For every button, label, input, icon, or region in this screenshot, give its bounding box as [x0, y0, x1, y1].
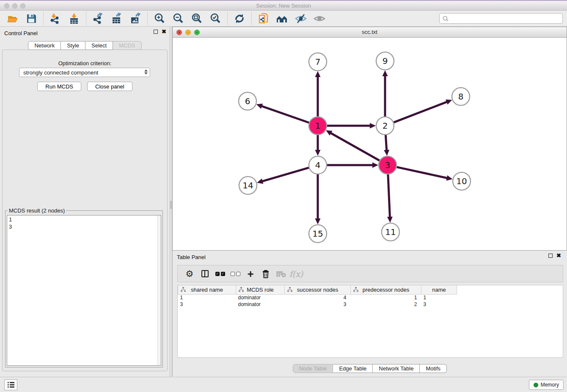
zoom-fit-icon[interactable]: [190, 12, 203, 25]
table-cell[interactable]: 1: [351, 294, 421, 301]
zoom-in-icon[interactable]: [153, 12, 166, 25]
table-cell[interactable]: dominator: [236, 301, 285, 308]
search-input[interactable]: [449, 15, 562, 22]
node-7[interactable]: 7: [309, 53, 327, 71]
control-panel-tabs: Network Style Select MCDS: [0, 41, 170, 50]
memory-button[interactable]: Memory: [529, 380, 564, 390]
column-header-MCDS-role[interactable]: MCDS role: [236, 285, 285, 294]
column-header-name[interactable]: name: [421, 285, 457, 294]
tab-style[interactable]: Style: [61, 41, 85, 50]
node-6[interactable]: 6: [239, 92, 256, 110]
edge-4-15[interactable]: [315, 174, 321, 224]
save-session-icon[interactable]: [25, 12, 38, 25]
network-graph[interactable]: 7968124314101511: [173, 38, 567, 250]
table-cell[interactable]: dominator: [236, 294, 285, 301]
network-window: ✕ − + scc.txt 7968124314101511: [172, 27, 567, 251]
hierarchy-icon: [239, 287, 244, 292]
delete-table-icon[interactable]: [273, 268, 289, 280]
edge-1-2[interactable]: [327, 123, 376, 129]
import-table-icon[interactable]: [68, 12, 80, 25]
close-panel-button[interactable]: Close panel: [87, 82, 132, 91]
svg-text:4: 4: [315, 160, 321, 170]
edge-4-3[interactable]: [327, 163, 378, 168]
tab-network-table[interactable]: Network Table: [373, 364, 420, 373]
svg-text:3: 3: [385, 160, 391, 170]
task-history-button[interactable]: [4, 379, 17, 390]
table-cell[interactable]: 3: [421, 301, 457, 308]
delete-icon[interactable]: [258, 268, 273, 280]
mcds-result-text[interactable]: 1 3: [7, 215, 161, 366]
edge-1-6[interactable]: [256, 104, 309, 123]
table-cell[interactable]: 1: [421, 294, 457, 301]
export-network-icon[interactable]: [92, 12, 105, 25]
first-neighbors-icon[interactable]: [276, 12, 289, 25]
node-4[interactable]: 4: [309, 156, 327, 174]
network-window-titlebar[interactable]: ✕ − + scc.txt: [173, 27, 567, 38]
deselect-all-icon[interactable]: [228, 268, 243, 280]
close-table-panel-icon[interactable]: ✖: [556, 254, 561, 258]
select-all-icon[interactable]: ✓✓: [212, 268, 228, 280]
table-cell[interactable]: 2: [351, 301, 421, 308]
tab-edge-table[interactable]: Edge Table: [333, 364, 373, 373]
function-builder-icon[interactable]: f(x): [289, 268, 304, 280]
tab-network[interactable]: Network: [28, 41, 61, 50]
column-header-shared-name[interactable]: shared name: [178, 285, 236, 294]
edge-2-8[interactable]: [394, 99, 452, 122]
open-session-icon[interactable]: [6, 12, 19, 25]
table-tabs: Node Table Edge Table Network Table Moti…: [173, 364, 567, 373]
tab-mcds[interactable]: MCDS: [113, 41, 141, 50]
export-image-icon[interactable]: [129, 12, 142, 25]
import-network-icon[interactable]: [49, 12, 62, 25]
table-cell[interactable]: 3: [285, 301, 351, 308]
edge-4-14[interactable]: [257, 168, 309, 184]
edge-1-4[interactable]: [315, 135, 321, 156]
zoom-out-icon[interactable]: [172, 12, 184, 25]
columns-icon[interactable]: [197, 268, 212, 280]
divider-grab-handle[interactable]: [170, 201, 172, 209]
float-table-panel-icon[interactable]: [548, 254, 553, 258]
table-cell[interactable]: 3: [178, 301, 236, 308]
edge-3-1[interactable]: [326, 130, 380, 160]
table-cell[interactable]: 1: [178, 294, 236, 301]
node-3[interactable]: 3: [379, 156, 396, 174]
zoom-selected-icon[interactable]: [209, 12, 222, 25]
edge-2-9[interactable]: [383, 70, 388, 116]
hierarchy-icon: [287, 287, 292, 292]
tab-node-table[interactable]: Node Table: [293, 364, 333, 373]
node-9[interactable]: 9: [376, 52, 394, 70]
float-panel-icon[interactable]: [154, 30, 158, 34]
node-15[interactable]: 15: [309, 225, 327, 243]
column-header-predecessor-nodes[interactable]: predecessor nodes: [351, 285, 421, 294]
search-box[interactable]: [439, 13, 563, 24]
tab-motifs[interactable]: Motifs: [420, 364, 447, 373]
node-11[interactable]: 11: [382, 223, 399, 241]
node-1[interactable]: 1: [309, 117, 327, 135]
add-row-icon[interactable]: +: [243, 268, 258, 280]
network-canvas[interactable]: 7968124314101511: [173, 38, 567, 250]
gear-icon[interactable]: ⚙: [182, 268, 197, 280]
svg-text:14: 14: [242, 180, 253, 190]
node-14[interactable]: 14: [239, 177, 257, 194]
show-details-icon[interactable]: [313, 12, 326, 25]
edge-3-10[interactable]: [396, 167, 452, 181]
table-row[interactable]: 1dominator411: [178, 294, 457, 301]
close-panel-icon[interactable]: ✖: [162, 30, 166, 34]
table-row[interactable]: 3dominator323: [178, 301, 457, 308]
hide-details-icon[interactable]: [295, 12, 307, 25]
optimization-criterion-select[interactable]: strongly connected component: [19, 68, 150, 77]
node-10[interactable]: 10: [453, 172, 471, 190]
clone-network-icon[interactable]: [257, 12, 270, 25]
column-header-successor-nodes[interactable]: successor nodes: [285, 285, 351, 294]
edge-2-3[interactable]: [384, 135, 389, 156]
tab-select[interactable]: Select: [85, 41, 113, 50]
edge-1-7[interactable]: [315, 71, 321, 116]
apply-layout-icon[interactable]: [233, 12, 246, 25]
edge-3-11[interactable]: [387, 174, 393, 223]
app-title: Session: New Session: [0, 3, 567, 9]
table-cell[interactable]: 4: [285, 294, 351, 301]
run-mcds-button[interactable]: Run MCDS: [37, 82, 81, 91]
node-8[interactable]: 8: [452, 88, 470, 105]
node-2[interactable]: 2: [376, 117, 394, 135]
scrollbar[interactable]: [157, 215, 161, 365]
export-table-icon[interactable]: [110, 12, 123, 25]
